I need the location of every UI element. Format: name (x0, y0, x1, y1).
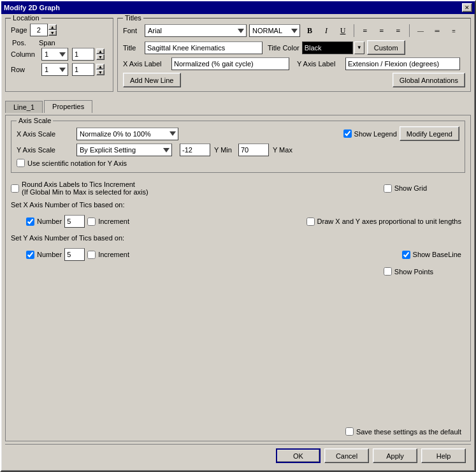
x-axis-label: X Axis Label (123, 60, 169, 68)
show-grid-checkbox[interactable] (384, 184, 392, 193)
y-max-input[interactable]: 70 (238, 144, 269, 156)
y-axis-scale-select[interactable]: By Explicit Setting Normalize 0% to 100% (76, 144, 172, 156)
column-label: Column (11, 50, 38, 58)
y-increment-checkbox[interactable] (87, 251, 96, 259)
page-spinbox: 2 ▲ ▼ (30, 24, 57, 36)
cancel-button[interactable]: Cancel (324, 448, 369, 463)
y-axis-scale-label: Y Axis Scale (17, 146, 74, 154)
y-number-input[interactable]: 5 (64, 248, 85, 261)
draw-proportional-text: Draw X and Y axes proportional to unit l… (317, 218, 461, 225)
round-axis-line1: Round Axis Labels to Tics Increment (22, 181, 148, 188)
x-axis-scale-label: X Axis Scale (17, 130, 74, 138)
col-span-down[interactable]: ▼ (96, 54, 105, 60)
italic-button[interactable]: I (319, 24, 333, 38)
y-tics-row: Number 5 Increment Show BaseLine (11, 248, 465, 261)
title-bar-buttons: ✕ (462, 3, 472, 12)
sci-notation-label: Use scientific notation for Y Axis (17, 159, 127, 167)
add-new-line-button[interactable]: Add New Line (123, 73, 181, 87)
page-input[interactable]: 2 (30, 24, 48, 36)
tab-content: Axis Scale X Axis Scale Normalize 0% to … (5, 115, 471, 441)
tab-line1-label: Line_1 (13, 103, 34, 111)
round-axis-checkbox[interactable] (11, 184, 19, 193)
tab-line1[interactable]: Line_1 (5, 101, 43, 113)
font-label: Font (123, 27, 142, 34)
y-axis-label: Y Axis Label (297, 60, 343, 68)
show-baseline-checkbox[interactable] (402, 251, 410, 259)
show-baseline-label: Show BaseLine (402, 251, 461, 259)
color-box: Black (302, 41, 353, 54)
page-spin-up[interactable]: ▲ (48, 24, 57, 30)
main-window: Modify 2D Graph ✕ Location Page 2 ▲ ▼ (0, 0, 476, 472)
tab-properties-label: Properties (52, 103, 84, 110)
custom-button[interactable]: Custom (367, 40, 405, 55)
close-button[interactable]: ✕ (462, 3, 472, 12)
title-input[interactable]: Sagittal Knee Kinematics (145, 41, 263, 54)
x-number-text: Number (37, 218, 62, 225)
row-span-up[interactable]: ▲ (96, 64, 105, 70)
row-label: Row (11, 66, 38, 73)
color-dropdown-btn[interactable]: ▼ (354, 41, 364, 54)
y-number-label: Number (26, 251, 62, 259)
row-span-down[interactable]: ▼ (96, 70, 105, 75)
sci-notation-checkbox[interactable] (17, 159, 25, 167)
color-select: Black ▼ (302, 41, 364, 54)
align-center-button[interactable]: ≡ (375, 24, 389, 38)
x-increment-checkbox[interactable] (87, 218, 96, 226)
x-increment-label: Increment (87, 218, 129, 226)
format-btn-2[interactable]: ═ (430, 24, 444, 38)
show-legend-label: Show Legend (343, 129, 397, 138)
draw-proportional-checkbox[interactable] (307, 218, 315, 226)
draw-proportional-label: Draw X and Y axes proportional to unit l… (307, 218, 461, 226)
y-number-checkbox[interactable] (26, 251, 34, 259)
apply-button[interactable]: Apply (373, 448, 417, 463)
col-pos-select[interactable]: 123 (41, 48, 68, 61)
titles-group: Titles Font Arial NORMALBOLDITALIC B I U (117, 18, 471, 92)
modify-legend-button[interactable]: Modify Legend (400, 126, 459, 141)
help-button[interactable]: Help (421, 448, 466, 463)
y-axis-scale-row: Y Axis Scale By Explicit Setting Normali… (17, 144, 459, 156)
title-bar: Modify 2D Graph ✕ (1, 1, 475, 14)
underline-button[interactable]: U (336, 24, 350, 38)
row-pos-select[interactable]: 123 (41, 63, 68, 76)
axis-scale-group: Axis Scale X Axis Scale Normalize 0% to … (11, 121, 465, 173)
sci-notation-text: Use scientific notation for Y Axis (27, 159, 127, 167)
bold-button[interactable]: B (303, 24, 317, 38)
x-number-checkbox[interactable] (26, 218, 34, 226)
font-style-select[interactable]: NORMALBOLDITALIC (249, 24, 300, 37)
format-btn-1[interactable]: — (414, 24, 428, 38)
y-tics-label: Set Y Axis Number of Tics based on: (11, 234, 124, 242)
font-row: Font Arial NORMALBOLDITALIC B I U ≡ ≡ ≡ (123, 24, 465, 38)
separator-1 (354, 24, 354, 37)
col-span-input[interactable]: 1 (72, 48, 94, 61)
show-points-checkbox[interactable] (384, 267, 392, 276)
x-increment-text: Increment (98, 218, 129, 225)
axis-label-row: X Axis Label Normalized (% gait cycle) Y… (123, 57, 465, 70)
align-right-button[interactable]: ≡ (391, 24, 405, 38)
tab-properties[interactable]: Properties (44, 100, 92, 113)
x-number-input[interactable]: 5 (64, 215, 85, 228)
row-span-input[interactable]: 1 (72, 63, 94, 76)
y-axis-input[interactable]: Extension / Flexion (degrees) (345, 57, 460, 70)
align-left-button[interactable]: ≡ (358, 24, 372, 38)
font-select[interactable]: Arial (145, 24, 247, 37)
page-spin-down[interactable]: ▼ (48, 30, 57, 36)
axis-scale-label: Axis Scale (17, 117, 53, 124)
format-btn-3[interactable]: ≡ (447, 24, 461, 38)
round-axis-row: Round Axis Labels to Tics Increment (If … (11, 181, 465, 196)
show-points-row: Show Points (11, 267, 465, 276)
x-tics-row: Number 5 Increment Draw X and Y axes pro… (11, 215, 465, 228)
show-legend-text: Show Legend (354, 130, 397, 138)
show-points-label: Show Points (384, 267, 433, 276)
tab-bar: Line_1 Properties (5, 100, 471, 112)
ok-button[interactable]: OK (276, 448, 321, 463)
show-legend-checkbox[interactable] (343, 129, 352, 138)
show-grid-text: Show Grid (394, 184, 427, 192)
save-default-checkbox[interactable] (345, 427, 354, 436)
x-axis-scale-select[interactable]: Normalize 0% to 100% By Explicit Setting (76, 128, 178, 140)
x-axis-input[interactable]: Normalized (% gait cycle) (171, 57, 289, 70)
col-span-up[interactable]: ▲ (96, 48, 105, 54)
location-group: Location Page 2 ▲ ▼ Pos. (5, 18, 113, 92)
y-min-input[interactable]: -12 (180, 144, 210, 156)
line-annotations-row: Add New Line Global Annotations (123, 73, 465, 87)
global-annotations-button[interactable]: Global Annotations (393, 73, 465, 87)
